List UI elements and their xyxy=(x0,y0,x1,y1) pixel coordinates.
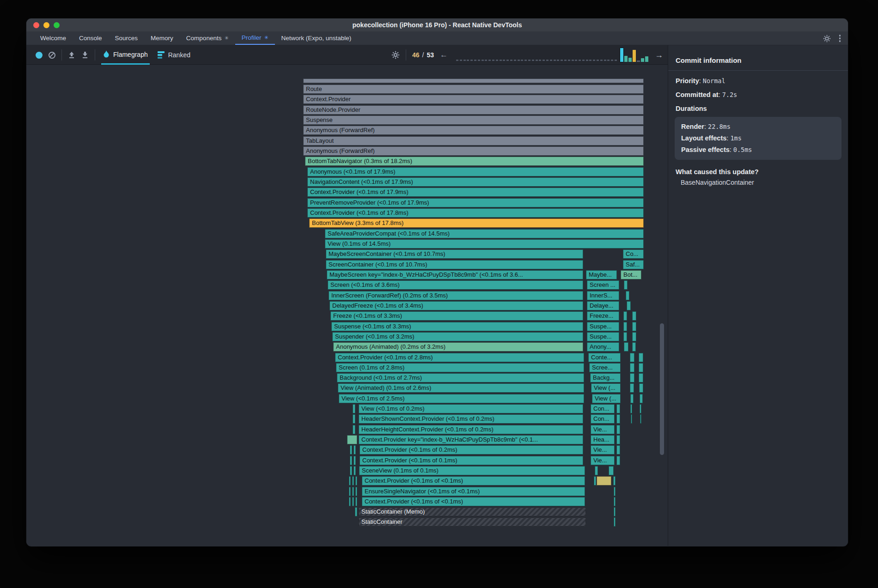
commit-tick[interactable] xyxy=(524,60,527,61)
commit-tick[interactable] xyxy=(557,60,559,61)
flame-bar[interactable]: Context.Provider (<0.1ms of 2.8ms) xyxy=(335,353,584,362)
vertical-scrollbar[interactable] xyxy=(660,323,664,455)
flame-bar-sliver[interactable] xyxy=(630,363,634,372)
flame-bar[interactable]: Anonymous (ForwardRef) xyxy=(303,126,644,135)
flame-bar[interactable]: Maybe... xyxy=(586,270,617,279)
flame-bar[interactable]: Suspe... xyxy=(587,322,619,331)
flame-bar[interactable]: Anony... xyxy=(587,342,619,352)
commit-tick[interactable] xyxy=(607,60,610,61)
flame-bar[interactable]: BottomTabNavigator (0.3ms of 18.2ms) xyxy=(305,157,644,166)
commit-tick[interactable] xyxy=(550,60,552,61)
commit-tick[interactable] xyxy=(456,60,458,61)
flame-bar-sliver[interactable] xyxy=(632,332,636,341)
flame-bar-sliver[interactable] xyxy=(614,497,616,506)
flame-bar[interactable]: View (Animated) (0.1ms of 2.6ms) xyxy=(338,383,584,393)
commit-tick[interactable] xyxy=(488,60,491,61)
flame-bar[interactable]: Suspe... xyxy=(587,332,619,341)
flame-bar[interactable]: View (... xyxy=(592,394,621,403)
commit-tick[interactable] xyxy=(561,60,563,61)
flame-bar-sliver[interactable] xyxy=(355,487,357,496)
commit-tick[interactable] xyxy=(600,60,603,61)
commit-bar[interactable] xyxy=(645,56,648,62)
commit-tick[interactable] xyxy=(503,60,505,61)
flame-bar-sliver[interactable] xyxy=(623,322,627,331)
commit-tick[interactable] xyxy=(579,60,581,61)
flame-bar-sliver[interactable] xyxy=(353,414,355,424)
flame-bar[interactable]: View (0.1ms of 14.5ms) xyxy=(325,239,644,249)
flame-bar-sliver[interactable] xyxy=(632,322,636,331)
previous-commit-icon[interactable]: ← xyxy=(440,50,448,60)
flame-bar[interactable]: Background (<0.1ms of 2.7ms) xyxy=(337,373,584,382)
flamegraph-settings-gear-icon[interactable] xyxy=(391,51,400,59)
flame-bar-sliver[interactable] xyxy=(597,476,611,485)
flame-bar[interactable]: Context.Provider key="index-b_WzHaCtPuyD… xyxy=(359,435,583,444)
flame-bar[interactable]: Freeze... xyxy=(587,311,619,321)
flame-bar[interactable]: Anonymous (ForwardRef) xyxy=(303,146,644,156)
flame-bar[interactable]: InnerScreen (ForwardRef) (0.2ms of 3.5ms… xyxy=(329,291,583,300)
flame-bar-sliver[interactable] xyxy=(639,383,643,393)
commit-tick[interactable] xyxy=(564,60,567,61)
flame-bar-sliver[interactable] xyxy=(639,373,643,382)
commit-tick[interactable] xyxy=(589,60,591,61)
flame-bar[interactable]: MaybeScreen key="index-b_WzHaCtPuyDSpTb8… xyxy=(327,270,583,279)
flame-bar[interactable]: Delaye... xyxy=(587,301,619,310)
tab-welcome[interactable]: Welcome xyxy=(34,31,73,45)
flame-bar[interactable]: Suspense (<0.1ms of 3.3ms) xyxy=(331,322,583,331)
flame-bar-sliver[interactable] xyxy=(630,394,634,403)
flame-bar[interactable]: Context.Provider xyxy=(303,95,644,104)
commit-tick[interactable] xyxy=(532,60,534,61)
flame-bar-sliver[interactable] xyxy=(640,394,643,403)
commit-tick[interactable] xyxy=(496,60,498,61)
flame-bar[interactable]: DelayedFreeze (<0.1ms of 3.4ms) xyxy=(329,301,583,310)
flame-bar-sliver[interactable] xyxy=(352,476,354,485)
flame-bar[interactable]: NavigationContent (<0.1ms of 17.9ms) xyxy=(307,177,644,187)
commit-tick[interactable] xyxy=(521,60,523,61)
flame-bar-sliver[interactable] xyxy=(350,456,352,465)
commit-tick[interactable] xyxy=(543,60,545,61)
flame-bar[interactable]: Screen (<0.1ms of 3.6ms) xyxy=(328,280,583,290)
flame-bar-sliver[interactable] xyxy=(630,404,632,413)
flame-bar[interactable]: Hea... xyxy=(591,435,615,444)
commit-bar-selected[interactable] xyxy=(620,48,623,62)
commit-tick[interactable] xyxy=(582,60,585,61)
commit-selector-bars[interactable] xyxy=(620,47,648,62)
flame-bar-sliver[interactable] xyxy=(616,445,620,455)
flame-bar-sliver[interactable] xyxy=(631,414,632,424)
commit-tick[interactable] xyxy=(514,60,516,61)
flame-bar-sliver[interactable] xyxy=(609,466,614,475)
flame-bar-sliver[interactable] xyxy=(349,476,351,485)
flame-bar[interactable]: View (<0.1ms of 2.5ms) xyxy=(339,394,584,403)
flame-bar-sliver[interactable] xyxy=(353,404,355,413)
save-profile-icon[interactable] xyxy=(81,51,89,59)
flame-bar-sliver[interactable] xyxy=(595,466,598,475)
flame-bar[interactable]: HeaderShownContext.Provider (<0.1ms of 0… xyxy=(359,414,583,424)
flame-bar-sliver[interactable] xyxy=(632,342,636,352)
flame-bar-sliver[interactable] xyxy=(632,311,636,321)
flame-bar-sliver[interactable] xyxy=(354,445,356,455)
commit-selector[interactable] xyxy=(456,60,617,61)
commit-tick[interactable] xyxy=(568,60,570,61)
commit-tick[interactable] xyxy=(485,60,487,61)
flame-bar[interactable]: Conte... xyxy=(588,353,621,362)
commit-tick[interactable] xyxy=(554,60,556,61)
commit-tick[interactable] xyxy=(593,60,595,61)
overflow-menu-icon[interactable] xyxy=(838,34,842,43)
flame-bar[interactable]: MaybeScreenContainer (<0.1ms of 10.7ms) xyxy=(326,249,583,259)
flame-bar[interactable]: Context.Provider (<0.1ms of <0.1ms) xyxy=(362,497,585,506)
commit-tick[interactable] xyxy=(615,60,617,61)
load-profile-icon[interactable] xyxy=(68,51,75,59)
commit-tick[interactable] xyxy=(460,60,462,61)
flame-bar[interactable]: Backg... xyxy=(590,373,621,382)
flame-bar[interactable]: RouteNode.Provider xyxy=(303,105,644,115)
flame-bar-sliver[interactable] xyxy=(354,466,356,475)
flame-bar-sliver[interactable] xyxy=(630,353,634,362)
update-cause-component[interactable]: BaseNavigationContainer xyxy=(668,176,848,186)
flame-bar-sliver[interactable] xyxy=(630,373,634,382)
flame-bar[interactable]: BottomTabView (3.3ms of 17.8ms) xyxy=(309,218,644,228)
flame-bar[interactable]: EnsureSingleNavigator (<0.1ms of <0.1ms) xyxy=(362,487,585,496)
commit-tick[interactable] xyxy=(604,60,606,61)
flame-bar-sliver[interactable] xyxy=(626,291,629,300)
tab-components[interactable]: Components✳ xyxy=(180,31,235,45)
flame-bar-sliver[interactable] xyxy=(640,404,641,413)
flame-bar-sliver[interactable] xyxy=(594,476,596,485)
